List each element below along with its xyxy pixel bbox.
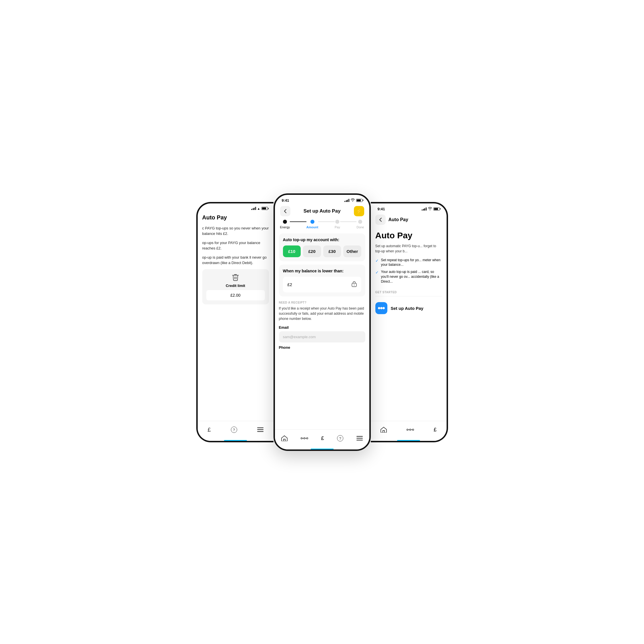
status-icons-right	[422, 207, 440, 211]
receipt-section: NEED A RECEIPT? If you'd like a receipt …	[275, 300, 369, 354]
center-header: Set up Auto Pay ⚡	[275, 204, 369, 220]
left-content: Auto Pay c PAYG top-ups so you never whe…	[198, 211, 274, 307]
pound-icon-left: £	[207, 427, 211, 433]
amount-option-10[interactable]: £10	[283, 245, 301, 257]
amount-option-30[interactable]: £30	[323, 245, 341, 257]
get-started-label: GET STARTED	[371, 291, 447, 296]
bolt-button[interactable]: ⚡	[354, 206, 364, 216]
checkmark-1: ✓	[375, 258, 379, 264]
blue-indicator-left	[224, 440, 247, 441]
setup-auto-pay-button[interactable]: Set up Auto Pay	[371, 299, 447, 317]
phone-label: Phone	[279, 345, 365, 350]
menu-icon-center	[356, 436, 363, 441]
svg-point-7	[306, 438, 308, 439]
step-dot-done	[358, 220, 362, 224]
amount-option-other[interactable]: Other	[343, 245, 361, 257]
svg-rect-10	[356, 436, 363, 437]
step-label-amount: Amount	[306, 225, 318, 229]
step-label-energy: Energy	[280, 225, 290, 229]
svg-rect-12	[356, 440, 363, 441]
battery-icon-left	[261, 207, 268, 210]
signal-icon-right	[422, 207, 427, 211]
status-bar-right: 9:41	[371, 203, 447, 212]
signal-icon-center	[344, 199, 349, 202]
nav-pound-center[interactable]: £	[321, 435, 324, 441]
phone-left: ▲ Auto Pay c PAYG top-ups so you never w…	[196, 202, 274, 442]
credit-limit-label: Credit limit	[206, 284, 265, 288]
balance-input[interactable]: £2	[283, 277, 361, 292]
step-pay: Pay	[335, 220, 340, 229]
amount-option-20[interactable]: £20	[303, 245, 321, 257]
svg-point-4	[354, 284, 354, 285]
status-icons-center	[344, 198, 362, 203]
nav-home-center[interactable]	[281, 435, 288, 441]
scene: ▲ Auto Pay c PAYG top-ups so you never w…	[171, 171, 474, 474]
wifi-icon-center	[350, 198, 355, 203]
setup-btn-text: Set up Auto Pay	[391, 306, 423, 311]
balance-card: When my balance is lower than: £2	[279, 265, 365, 296]
svg-point-5	[301, 438, 302, 439]
nav-pound-right[interactable]: £	[434, 427, 437, 433]
time-right: 9:41	[378, 207, 385, 211]
checklist: ✓ Set repeat top-ups for yo... meter whe…	[371, 258, 447, 291]
help-icon-center: ?	[337, 435, 343, 441]
nav-item-pound-left[interactable]: £	[207, 427, 211, 433]
phone-center: 9:41	[274, 193, 371, 451]
back-button-right[interactable]	[375, 215, 386, 225]
nav-help-center[interactable]: ?	[337, 435, 343, 441]
email-input[interactable]: sam@example.com	[279, 331, 365, 342]
pound-icon-center: £	[321, 435, 324, 441]
svg-point-15	[412, 429, 414, 431]
infinity-icon	[375, 302, 387, 314]
home-icon-center	[281, 435, 288, 441]
nav-menu-center[interactable]	[356, 436, 363, 441]
usage-icon-right	[407, 427, 414, 432]
amount-card-title: Auto top-up my account with:	[283, 237, 361, 242]
receipt-label: NEED A RECEIPT?	[279, 301, 365, 304]
step-label-done: Done	[356, 225, 364, 229]
back-button-center[interactable]	[280, 206, 290, 216]
check-text-2: Your auto top-up is paid ... card, so yo…	[381, 270, 442, 284]
pound-icon-right: £	[434, 427, 437, 433]
step-line-3	[340, 221, 356, 222]
step-line-1	[290, 221, 306, 222]
svg-point-6	[304, 438, 305, 439]
signal-icon-left	[251, 207, 256, 210]
balance-value: £2	[288, 282, 292, 287]
bottom-nav-center: £ ?	[275, 429, 369, 449]
progress-steps: Energy Amount Pay Done	[275, 220, 369, 233]
blue-indicator-center	[311, 449, 334, 449]
status-icons-left: ▲	[251, 207, 267, 210]
trash-icon	[206, 273, 265, 281]
step-amount: Amount	[306, 220, 318, 229]
credit-limit-value: £2.00	[206, 290, 265, 300]
phone-right: 9:41	[371, 202, 448, 442]
nav-usage-center[interactable]	[301, 436, 308, 441]
menu-icon-left	[257, 427, 263, 432]
nav-item-menu-left[interactable]	[257, 427, 263, 432]
home-icon-right	[381, 427, 387, 433]
right-large-title: Auto Pay	[371, 228, 447, 243]
nav-item-help-left[interactable]: ?	[231, 427, 237, 433]
step-dot-pay	[335, 220, 339, 224]
lock-icon	[352, 281, 357, 288]
battery-icon-center	[356, 199, 362, 202]
checkmark-2: ✓	[375, 270, 379, 276]
email-label: Email	[279, 325, 365, 330]
usage-icon-center	[301, 436, 308, 441]
balance-card-title: When my balance is lower than:	[283, 269, 361, 273]
left-body3: op-up is paid with your bank ll never go…	[202, 255, 269, 266]
nav-home-right[interactable]	[381, 427, 387, 433]
nav-usage-right[interactable]	[407, 427, 414, 432]
step-dot-amount	[310, 220, 314, 224]
svg-rect-2	[257, 431, 263, 432]
status-bar-left: ▲	[198, 203, 274, 211]
blue-indicator-right	[397, 440, 420, 441]
wifi-icon-right	[428, 207, 432, 211]
bolt-icon: ⚡	[356, 208, 362, 214]
check-item-1: ✓ Set repeat top-ups for yo... meter whe…	[375, 258, 442, 267]
step-energy: Energy	[280, 220, 290, 229]
bottom-nav-right: £	[371, 421, 447, 441]
step-label-pay: Pay	[335, 225, 340, 229]
left-title: Auto Pay	[202, 214, 269, 221]
